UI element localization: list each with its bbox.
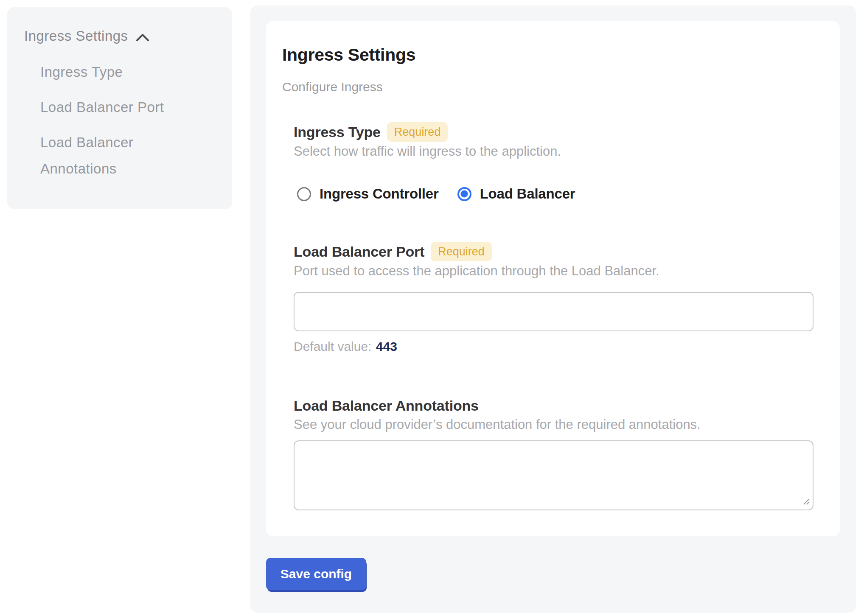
main-panel: Ingress Settings Configure Ingress Ingre… bbox=[250, 6, 856, 613]
field-load-balancer-annotations: Load Balancer Annotations See your cloud… bbox=[294, 396, 814, 510]
radio-load-balancer[interactable] bbox=[457, 187, 471, 201]
sidebar-item-load-balancer-annotations[interactable]: Load Balancer Annotations bbox=[40, 129, 187, 182]
radio-label-load-balancer: Load Balancer bbox=[480, 186, 575, 202]
sidebar-group-ingress-settings[interactable]: Ingress Settings bbox=[24, 27, 219, 45]
save-config-button[interactable]: Save config bbox=[266, 558, 366, 590]
default-value-row: Default value: 443 bbox=[294, 338, 814, 355]
field-description-ingress-type: Select how traffic will ingress to the a… bbox=[294, 143, 814, 160]
settings-nav-sidebar: Ingress Settings Ingress Type Load Balan… bbox=[7, 7, 232, 209]
field-description-load-balancer-port: Port used to access the application thro… bbox=[294, 262, 814, 280]
sidebar-items: Ingress Type Load Balancer Port Load Bal… bbox=[24, 59, 219, 182]
radio-label-ingress-controller: Ingress Controller bbox=[320, 186, 439, 202]
radio-option-load-balancer[interactable]: Load Balancer bbox=[457, 186, 575, 202]
field-label-load-balancer-port: Load Balancer Port bbox=[294, 244, 424, 260]
default-value: 443 bbox=[376, 339, 397, 353]
sidebar-group-label: Ingress Settings bbox=[24, 27, 128, 45]
load-balancer-annotations-textarea[interactable] bbox=[294, 440, 814, 510]
sidebar-item-load-balancer-port[interactable]: Load Balancer Port bbox=[40, 94, 187, 120]
resize-handle-icon[interactable] bbox=[801, 496, 811, 508]
radio-ingress-controller[interactable] bbox=[297, 187, 311, 201]
field-description-load-balancer-annotations: See your cloud provider’s documentation … bbox=[294, 416, 814, 434]
field-label-load-balancer-annotations: Load Balancer Annotations bbox=[294, 398, 479, 414]
ingress-type-radio-group: Ingress Controller Load Balancer bbox=[294, 187, 814, 201]
ingress-settings-card: Ingress Settings Configure Ingress Ingre… bbox=[266, 21, 840, 536]
default-value-label: Default value: bbox=[294, 339, 371, 353]
load-balancer-port-input[interactable] bbox=[294, 292, 814, 331]
field-ingress-type: Ingress Type Required Select how traffic… bbox=[294, 122, 814, 201]
required-badge: Required bbox=[431, 242, 492, 261]
radio-option-ingress-controller[interactable]: Ingress Controller bbox=[297, 186, 439, 202]
field-label-ingress-type: Ingress Type bbox=[294, 124, 381, 140]
chevron-up-icon[interactable] bbox=[136, 33, 149, 42]
field-load-balancer-port: Load Balancer Port Required Port used to… bbox=[294, 242, 814, 355]
required-badge: Required bbox=[387, 122, 448, 142]
sidebar-item-ingress-type[interactable]: Ingress Type bbox=[40, 59, 187, 85]
page-subtitle: Configure Ingress bbox=[282, 78, 840, 95]
page-title: Ingress Settings bbox=[282, 44, 840, 65]
